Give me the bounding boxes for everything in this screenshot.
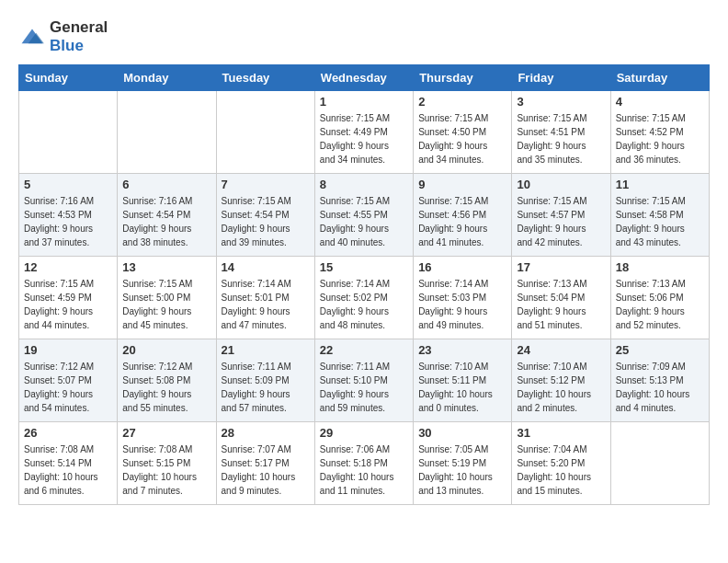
weekday-header-tuesday: Tuesday <box>216 65 314 91</box>
day-cell <box>19 91 118 174</box>
day-cell: 2Sunrise: 7:15 AM Sunset: 4:50 PM Daylig… <box>414 91 512 174</box>
day-cell: 30Sunrise: 7:05 AM Sunset: 5:19 PM Dayli… <box>414 422 512 505</box>
day-info: Sunrise: 7:15 AM Sunset: 4:57 PM Dayligh… <box>517 194 605 249</box>
day-info: Sunrise: 7:15 AM Sunset: 4:50 PM Dayligh… <box>418 111 506 167</box>
day-number: 29 <box>320 426 408 440</box>
day-cell: 11Sunrise: 7:15 AM Sunset: 4:58 PM Dayli… <box>610 174 709 257</box>
day-info: Sunrise: 7:10 AM Sunset: 5:12 PM Dayligh… <box>517 360 605 415</box>
logo-icon <box>18 28 46 46</box>
day-info: Sunrise: 7:06 AM Sunset: 5:18 PM Dayligh… <box>320 442 408 498</box>
week-row-1: 1Sunrise: 7:15 AM Sunset: 4:49 PM Daylig… <box>19 91 710 174</box>
weekday-header-thursday: Thursday <box>414 65 512 91</box>
weekday-header-wednesday: Wednesday <box>314 65 413 91</box>
weekday-header-saturday: Saturday <box>610 65 709 91</box>
day-cell <box>216 91 314 174</box>
day-number: 22 <box>320 343 408 357</box>
day-cell: 24Sunrise: 7:10 AM Sunset: 5:12 PM Dayli… <box>512 339 610 422</box>
day-cell: 17Sunrise: 7:13 AM Sunset: 5:04 PM Dayli… <box>512 257 610 339</box>
day-info: Sunrise: 7:15 AM Sunset: 4:56 PM Dayligh… <box>418 194 506 249</box>
weekday-header-sunday: Sunday <box>19 65 118 91</box>
day-number: 19 <box>24 343 112 357</box>
day-number: 9 <box>418 178 506 191</box>
day-cell: 6Sunrise: 7:16 AM Sunset: 4:54 PM Daylig… <box>118 174 216 257</box>
day-number: 8 <box>320 178 408 191</box>
weekday-header-friday: Friday <box>512 65 610 91</box>
day-info: Sunrise: 7:15 AM Sunset: 4:49 PM Dayligh… <box>320 111 408 167</box>
day-cell: 7Sunrise: 7:15 AM Sunset: 4:54 PM Daylig… <box>216 174 314 257</box>
day-info: Sunrise: 7:14 AM Sunset: 5:02 PM Dayligh… <box>320 277 408 332</box>
day-info: Sunrise: 7:15 AM Sunset: 4:51 PM Dayligh… <box>517 111 605 167</box>
day-info: Sunrise: 7:15 AM Sunset: 4:54 PM Dayligh… <box>222 194 310 249</box>
day-info: Sunrise: 7:13 AM Sunset: 5:06 PM Dayligh… <box>616 277 704 332</box>
day-info: Sunrise: 7:07 AM Sunset: 5:17 PM Dayligh… <box>222 442 310 498</box>
day-info: Sunrise: 7:11 AM Sunset: 5:10 PM Dayligh… <box>320 360 408 415</box>
day-info: Sunrise: 7:08 AM Sunset: 5:14 PM Dayligh… <box>24 442 112 498</box>
day-cell: 23Sunrise: 7:10 AM Sunset: 5:11 PM Dayli… <box>414 339 512 422</box>
day-number: 18 <box>616 260 704 274</box>
day-number: 25 <box>616 343 704 357</box>
day-info: Sunrise: 7:14 AM Sunset: 5:03 PM Dayligh… <box>418 277 506 332</box>
day-info: Sunrise: 7:15 AM Sunset: 4:58 PM Dayligh… <box>616 194 704 249</box>
day-number: 21 <box>222 343 310 357</box>
day-number: 26 <box>24 426 112 440</box>
logo-general: General <box>50 18 108 36</box>
day-cell: 31Sunrise: 7:04 AM Sunset: 5:20 PM Dayli… <box>512 422 610 505</box>
day-number: 4 <box>616 95 704 109</box>
day-number: 10 <box>517 178 605 191</box>
day-number: 16 <box>418 260 506 274</box>
day-cell: 21Sunrise: 7:11 AM Sunset: 5:09 PM Dayli… <box>216 339 314 422</box>
week-row-3: 12Sunrise: 7:15 AM Sunset: 4:59 PM Dayli… <box>19 257 710 339</box>
week-row-5: 26Sunrise: 7:08 AM Sunset: 5:14 PM Dayli… <box>19 422 710 505</box>
day-number: 30 <box>418 426 506 440</box>
day-cell <box>118 91 216 174</box>
day-cell: 3Sunrise: 7:15 AM Sunset: 4:51 PM Daylig… <box>512 91 610 174</box>
day-cell: 4Sunrise: 7:15 AM Sunset: 4:52 PM Daylig… <box>610 91 709 174</box>
day-info: Sunrise: 7:15 AM Sunset: 5:00 PM Dayligh… <box>122 277 210 332</box>
day-number: 6 <box>122 178 210 191</box>
day-number: 20 <box>122 343 210 357</box>
day-number: 11 <box>616 178 704 191</box>
day-cell: 13Sunrise: 7:15 AM Sunset: 5:00 PM Dayli… <box>118 257 216 339</box>
day-number: 7 <box>222 178 310 191</box>
day-cell: 19Sunrise: 7:12 AM Sunset: 5:07 PM Dayli… <box>19 339 118 422</box>
day-info: Sunrise: 7:09 AM Sunset: 5:13 PM Dayligh… <box>616 360 704 415</box>
day-info: Sunrise: 7:10 AM Sunset: 5:11 PM Dayligh… <box>418 360 506 415</box>
week-row-2: 5Sunrise: 7:16 AM Sunset: 4:53 PM Daylig… <box>19 174 710 257</box>
day-info: Sunrise: 7:05 AM Sunset: 5:19 PM Dayligh… <box>418 442 506 498</box>
day-cell: 5Sunrise: 7:16 AM Sunset: 4:53 PM Daylig… <box>19 174 118 257</box>
weekday-header-row: SundayMondayTuesdayWednesdayThursdayFrid… <box>19 65 710 91</box>
day-cell: 1Sunrise: 7:15 AM Sunset: 4:49 PM Daylig… <box>314 91 413 174</box>
header: General Blue <box>18 18 710 55</box>
day-number: 2 <box>418 95 506 109</box>
day-number: 23 <box>418 343 506 357</box>
day-info: Sunrise: 7:14 AM Sunset: 5:01 PM Dayligh… <box>222 277 310 332</box>
weekday-header-monday: Monday <box>118 65 216 91</box>
day-cell: 25Sunrise: 7:09 AM Sunset: 5:13 PM Dayli… <box>610 339 709 422</box>
day-number: 31 <box>517 426 605 440</box>
day-cell: 22Sunrise: 7:11 AM Sunset: 5:10 PM Dayli… <box>314 339 413 422</box>
day-info: Sunrise: 7:11 AM Sunset: 5:09 PM Dayligh… <box>222 360 310 415</box>
day-cell: 16Sunrise: 7:14 AM Sunset: 5:03 PM Dayli… <box>414 257 512 339</box>
day-number: 1 <box>320 95 408 109</box>
calendar-table: SundayMondayTuesdayWednesdayThursdayFrid… <box>18 64 710 505</box>
day-number: 15 <box>320 260 408 274</box>
day-number: 24 <box>517 343 605 357</box>
day-cell: 18Sunrise: 7:13 AM Sunset: 5:06 PM Dayli… <box>610 257 709 339</box>
logo-blue: Blue <box>50 37 84 54</box>
day-info: Sunrise: 7:04 AM Sunset: 5:20 PM Dayligh… <box>517 442 605 498</box>
day-cell <box>610 422 709 505</box>
day-cell: 9Sunrise: 7:15 AM Sunset: 4:56 PM Daylig… <box>414 174 512 257</box>
day-number: 13 <box>122 260 210 274</box>
day-info: Sunrise: 7:15 AM Sunset: 4:52 PM Dayligh… <box>616 111 704 167</box>
day-info: Sunrise: 7:16 AM Sunset: 4:54 PM Dayligh… <box>122 194 210 249</box>
day-cell: 28Sunrise: 7:07 AM Sunset: 5:17 PM Dayli… <box>216 422 314 505</box>
day-cell: 27Sunrise: 7:08 AM Sunset: 5:15 PM Dayli… <box>118 422 216 505</box>
day-info: Sunrise: 7:12 AM Sunset: 5:08 PM Dayligh… <box>122 360 210 415</box>
day-info: Sunrise: 7:16 AM Sunset: 4:53 PM Dayligh… <box>24 194 112 249</box>
day-info: Sunrise: 7:15 AM Sunset: 4:59 PM Dayligh… <box>24 277 112 332</box>
day-cell: 10Sunrise: 7:15 AM Sunset: 4:57 PM Dayli… <box>512 174 610 257</box>
day-cell: 26Sunrise: 7:08 AM Sunset: 5:14 PM Dayli… <box>19 422 118 505</box>
day-cell: 8Sunrise: 7:15 AM Sunset: 4:55 PM Daylig… <box>314 174 413 257</box>
day-info: Sunrise: 7:13 AM Sunset: 5:04 PM Dayligh… <box>517 277 605 332</box>
day-number: 14 <box>222 260 310 274</box>
